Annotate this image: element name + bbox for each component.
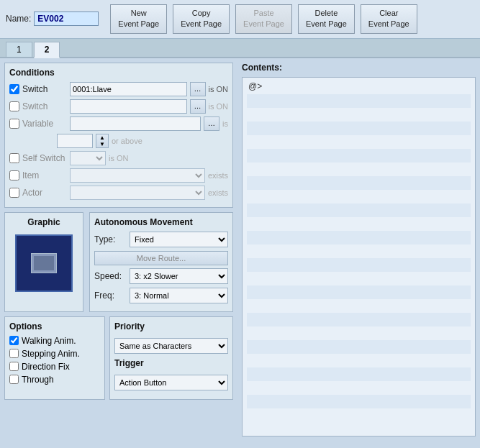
content-line-22 — [247, 367, 471, 381]
content-line-6 — [247, 149, 471, 163]
trigger-title: Trigger — [114, 358, 228, 368]
name-section: Name: — [6, 12, 99, 26]
walking-anim-row: Walking Anim. — [9, 336, 100, 346]
variable-number-up-button[interactable]: ▲▼ — [96, 134, 109, 148]
priority-trigger-box: Priority Below Characters Same as Charac… — [109, 316, 233, 400]
variable-checkbox[interactable] — [9, 119, 19, 129]
contents-stripes: @> — [247, 81, 471, 422]
auto-freq-label: Freq: — [94, 291, 127, 301]
variable-number-input[interactable] — [57, 134, 93, 148]
switch2-checkbox[interactable] — [9, 101, 19, 111]
content-line-9 — [247, 190, 471, 204]
content-line-24 — [247, 395, 471, 408]
auto-speed-label: Speed: — [94, 271, 127, 281]
graphic-preview[interactable] — [15, 234, 73, 292]
self-switch-select[interactable] — [70, 151, 106, 165]
content-line-4 — [247, 122, 471, 135]
actor-status: exists — [208, 188, 228, 197]
options-priority-section: Options Walking Anim. Stepping Anim. Dir… — [4, 316, 233, 400]
new-event-page-button[interactable]: New Event Page — [110, 4, 167, 34]
autonomous-movement-title: Autonomous Movement — [94, 217, 228, 227]
content-line-1: @> — [247, 81, 471, 94]
auto-speed-row: Speed: 1: x8 Slower 2: x4 Slower 3: x2 S… — [94, 268, 228, 284]
clear-event-page-button[interactable]: Clear Event Page — [361, 4, 417, 34]
paste-event-page-button[interactable]: Paste Event Page — [235, 4, 292, 34]
switch1-checkbox[interactable] — [9, 84, 19, 94]
switch1-browse-button[interactable]: … — [190, 82, 206, 96]
item-checkbox[interactable] — [9, 170, 19, 180]
variable-status: is — [222, 119, 228, 128]
item-select[interactable] — [70, 168, 205, 183]
content-line-10 — [247, 204, 471, 217]
auto-type-select[interactable]: Fixed Random Approach Custom — [130, 232, 228, 247]
auto-speed-select[interactable]: 1: x8 Slower 2: x4 Slower 3: x2 Slower 4… — [130, 268, 228, 284]
name-input[interactable] — [34, 12, 99, 26]
content-line-20 — [247, 340, 471, 354]
move-route-button[interactable]: Move Route... — [94, 251, 228, 265]
or-above-text: or above — [112, 137, 142, 145]
self-switch-checkbox[interactable] — [9, 153, 19, 163]
sprite-inner — [34, 256, 54, 270]
switch2-browse-button[interactable]: … — [190, 99, 206, 114]
content-line-12 — [247, 231, 471, 244]
content-line-13 — [247, 244, 471, 258]
direction-fix-checkbox[interactable] — [9, 362, 19, 371]
tab-1[interactable]: 1 — [6, 42, 32, 57]
switch2-status: is ON — [209, 102, 229, 111]
priority-select[interactable]: Below Characters Same as Characters Abov… — [114, 338, 228, 354]
switch2-input[interactable] — [70, 99, 187, 114]
condition-variable-row: Variable … is — [9, 116, 228, 131]
tab-2[interactable]: 2 — [34, 42, 60, 58]
variable-label: Variable — [22, 119, 67, 129]
auto-type-label: Type: — [94, 234, 127, 244]
through-label: Through — [22, 375, 54, 385]
through-row: Through — [9, 375, 100, 385]
auto-freq-select[interactable]: 1: Lowest 2: Lower 3: Normal 4: Higher 5… — [130, 288, 228, 303]
contents-box[interactable]: @> — [242, 77, 476, 436]
actor-select[interactable] — [70, 186, 205, 200]
actor-checkbox[interactable] — [9, 188, 19, 198]
content-line-15 — [247, 272, 471, 285]
content-line-17 — [247, 299, 471, 313]
content-line-11 — [247, 217, 471, 231]
switch1-input[interactable] — [70, 82, 187, 96]
stepping-anim-label: Stepping Anim. — [22, 349, 80, 359]
top-bar: Name: New Event Page Copy Event Page Pas… — [0, 0, 480, 39]
variable-input[interactable] — [70, 116, 201, 131]
content-line-19 — [247, 326, 471, 340]
condition-switch1-row: Switch … is ON — [9, 82, 228, 96]
options-box: Options Walking Anim. Stepping Anim. Dir… — [4, 316, 105, 400]
autonomous-movement-box: Autonomous Movement Type: Fixed Random A… — [89, 212, 233, 312]
condition-switch2-row: Switch … is ON — [9, 99, 228, 114]
conditions-title: Conditions — [9, 68, 228, 78]
content-line-18 — [247, 313, 471, 326]
actor-label: Actor — [22, 188, 67, 198]
stepping-anim-checkbox[interactable] — [9, 349, 19, 358]
item-label: Item — [22, 170, 67, 180]
graphic-box: Graphic — [4, 212, 83, 312]
auto-freq-row: Freq: 1: Lowest 2: Lower 3: Normal 4: Hi… — [94, 288, 228, 303]
content-line-5 — [247, 135, 471, 149]
conditions-box: Conditions Switch … is ON Switch … is ON — [4, 63, 233, 208]
trigger-select[interactable]: Action Button Player Touch Event Touch A… — [114, 375, 228, 390]
direction-fix-label: Direction Fix — [22, 362, 70, 372]
switch2-label: Switch — [22, 101, 67, 111]
graphic-autonomous-section: Graphic Autonomous Movement Type: Fixed … — [4, 212, 233, 312]
tabs-bar: 1 2 — [0, 39, 480, 58]
sprite-block — [31, 253, 57, 273]
content-line-14 — [247, 258, 471, 272]
copy-event-page-button[interactable]: Copy Event Page — [173, 4, 230, 34]
content-line-16 — [247, 285, 471, 299]
condition-actor-row: Actor exists — [9, 186, 228, 200]
variable-browse-button[interactable]: … — [204, 116, 219, 131]
auto-type-row: Type: Fixed Random Approach Custom — [94, 232, 228, 247]
through-checkbox[interactable] — [9, 375, 19, 384]
self-switch-status: is ON — [109, 154, 129, 163]
walking-anim-label: Walking Anim. — [22, 336, 76, 346]
options-title: Options — [9, 321, 100, 332]
name-label: Name: — [6, 14, 31, 24]
delete-event-page-button[interactable]: Delete Event Page — [298, 4, 355, 34]
walking-anim-checkbox[interactable] — [9, 336, 19, 345]
condition-self-switch-row: Self Switch is ON — [9, 151, 228, 165]
contents-title: Contents: — [242, 63, 476, 73]
